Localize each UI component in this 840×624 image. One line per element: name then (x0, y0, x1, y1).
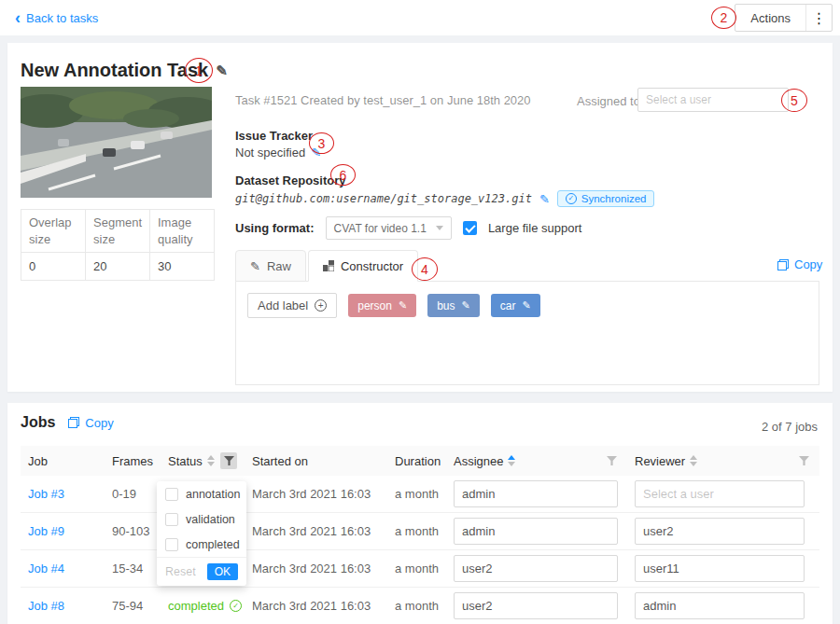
job-link[interactable]: Job #4 (28, 562, 64, 575)
edit-label-icon[interactable]: ✎ (399, 299, 407, 312)
table-row: Job #4 15-34 March 3rd 2021 16:03 a mont… (21, 550, 819, 588)
started-value: March 3rd 2021 16:03 (252, 487, 371, 501)
param-header-overlap: Overlap size (21, 210, 86, 253)
frames-value: 0-19 (112, 487, 136, 501)
label-chip-bus[interactable]: bus ✎ (427, 294, 480, 317)
started-value: March 3rd 2021 16:03 (252, 599, 371, 613)
filter-option-validation[interactable]: validation (157, 506, 246, 532)
edit-title-icon[interactable]: ✎ (216, 62, 228, 79)
started-value: March 3rd 2021 16:03 (252, 562, 371, 575)
large-file-label: Large file support (488, 221, 581, 235)
filter-ok-button[interactable]: OK (207, 563, 238, 580)
labels-copy-button[interactable]: Copy (777, 257, 822, 271)
column-job-label: Job (28, 454, 48, 468)
column-started-label: Started on (252, 454, 308, 468)
assignee-input[interactable] (454, 555, 618, 582)
task-detail-card: New Annotation Task ✎ Overlap size Segme… (7, 43, 833, 392)
filter-option-label: validation (186, 513, 235, 526)
status-value: completed (168, 599, 224, 613)
column-reviewer: Reviewer (627, 446, 819, 476)
annotation-circle-5: 5 (781, 89, 807, 112)
sync-status-badge[interactable]: ✓ Synchronized (557, 190, 655, 207)
sort-down-icon (207, 462, 215, 466)
frames-value: 75-94 (112, 599, 143, 613)
assignee-sort-control[interactable] (508, 455, 515, 466)
status-filter-icon[interactable] (220, 452, 237, 469)
column-assignee-label: Assignee (454, 454, 503, 468)
actions-button-group: Actions ⋮ (735, 4, 833, 32)
assignee-input[interactable] (454, 592, 618, 619)
sort-up-icon (207, 455, 215, 460)
reviewer-input[interactable] (635, 518, 805, 545)
reviewer-filter-icon[interactable] (795, 452, 812, 469)
param-value-segment: 20 (86, 253, 150, 281)
reviewer-input[interactable] (635, 480, 805, 507)
label-chip-person[interactable]: person ✎ (348, 294, 416, 317)
assigned-to-input[interactable] (637, 88, 789, 112)
thumbnail-road-scene (21, 87, 212, 198)
reviewer-sort-control[interactable] (690, 455, 697, 466)
jobs-header-row: Jobs Copy (21, 414, 114, 431)
job-link[interactable]: Job #9 (28, 524, 64, 538)
edit-label-icon[interactable]: ✎ (522, 299, 530, 312)
edit-label-icon[interactable]: ✎ (462, 299, 470, 312)
status-filter-dropdown: annotation validation completed Reset OK (157, 481, 246, 586)
jobs-copy-button[interactable]: Copy (68, 416, 113, 430)
duration-value: a month (395, 562, 439, 575)
label-chip-bus-name: bus (437, 299, 455, 312)
actions-menu-dots-icon[interactable]: ⋮ (805, 5, 832, 31)
table-row: Job #8 75-94 completed ✓ March 3rd 2021 … (21, 588, 819, 624)
back-to-tasks-link[interactable]: ‹ Back to tasks (15, 0, 98, 35)
checkbox-unchecked[interactable] (165, 538, 178, 551)
filter-option-completed[interactable]: completed (157, 532, 246, 557)
label-chip-car[interactable]: car ✎ (491, 294, 540, 317)
filter-option-label: completed (186, 538, 240, 551)
frames-value: 90-103 (112, 524, 149, 538)
tab-constructor[interactable]: Constructor (308, 250, 418, 282)
chevron-left-icon: ‹ (15, 9, 21, 26)
started-value: March 3rd 2021 16:03 (252, 524, 371, 538)
column-frames: Frames (105, 446, 161, 476)
checkbox-unchecked[interactable] (165, 488, 178, 501)
format-select[interactable]: CVAT for video 1.1 (326, 216, 452, 240)
format-row: Using format: CVAT for video 1.1 Large f… (235, 216, 581, 240)
reviewer-input[interactable] (635, 555, 805, 582)
assignee-input[interactable] (454, 480, 618, 507)
job-link[interactable]: Job #3 (28, 487, 64, 501)
column-duration: Duration (387, 446, 446, 476)
column-status-label: Status (168, 454, 203, 468)
label-chip-car-name: car (500, 299, 516, 312)
edit-repository-icon[interactable]: ✎ (539, 192, 550, 206)
filter-option-annotation[interactable]: annotation (157, 481, 246, 506)
issue-tracker-value: Not specified (235, 146, 305, 159)
large-file-checkbox[interactable] (463, 221, 477, 235)
checkbox-unchecked[interactable] (165, 513, 178, 526)
table-row: Job #9 90-103 March 3rd 2021 16:03 a mon… (21, 513, 819, 550)
assignee-input[interactable] (454, 518, 618, 545)
job-link[interactable]: Job #8 (28, 599, 64, 613)
assignee-filter-icon[interactable] (603, 452, 620, 469)
param-value-overlap: 0 (21, 253, 86, 281)
add-label-button[interactable]: Add label + (247, 293, 337, 318)
task-thumbnail (21, 87, 212, 198)
labels-constructor-panel: Add label + person ✎ bus ✎ car ✎ (235, 281, 819, 385)
annotation-circle-1: 1 (185, 58, 213, 83)
jobs-table: Job Frames Status Started on Duration (21, 446, 819, 624)
actions-button[interactable]: Actions (735, 5, 805, 31)
back-link-label: Back to tasks (26, 11, 98, 25)
column-job: Job (21, 446, 105, 476)
param-value-quality: 30 (150, 253, 215, 281)
jobs-card: Jobs Copy 2 of 7 jobs Job Frames Status (7, 403, 833, 624)
repository-url[interactable]: git@github.com:username/git_storage_v123… (235, 192, 532, 205)
issue-tracker-value-row: Not specified ✎ (235, 146, 321, 159)
column-frames-label: Frames (112, 454, 153, 468)
duration-value: a month (395, 599, 439, 613)
add-label-text: Add label (258, 298, 308, 312)
sync-badge-label: Synchronized (581, 193, 647, 204)
filter-reset-button[interactable]: Reset (165, 565, 196, 578)
tab-raw[interactable]: ✎ Raw (235, 250, 306, 282)
status-sort-control[interactable] (207, 455, 215, 466)
using-format-label: Using format: (235, 221, 315, 235)
chevron-down-icon (436, 226, 443, 230)
reviewer-input[interactable] (635, 592, 805, 619)
